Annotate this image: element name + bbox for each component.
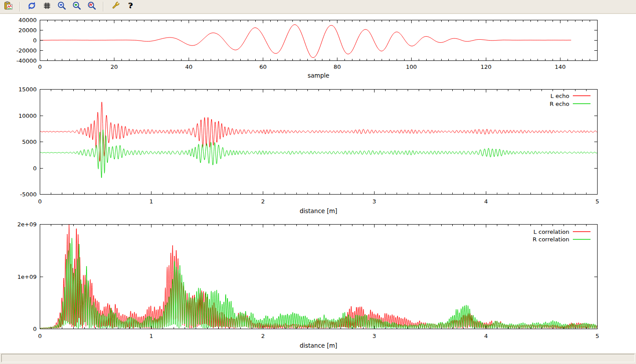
toolbar: ?? bbox=[0, 0, 636, 14]
copy-plot-icon bbox=[4, 1, 13, 12]
svg-text:?: ? bbox=[128, 1, 132, 10]
x-tick-label: 2 bbox=[261, 333, 265, 339]
zoom-previous-icon bbox=[57, 1, 67, 12]
series-sample-line bbox=[40, 25, 571, 58]
plots-svg[interactable]: 02040608010012014040000200000-20000-4000… bbox=[0, 14, 636, 353]
x-tick-label: 2 bbox=[261, 198, 265, 205]
help-icon: ?? bbox=[125, 1, 135, 12]
y-tick-label: -20000 bbox=[16, 47, 37, 54]
chart-echo-waveforms: 012345150001000050000-5000distance [m]L … bbox=[19, 86, 599, 214]
y-tick-label: -40000 bbox=[16, 57, 37, 64]
x-tick-label: 1 bbox=[149, 198, 153, 205]
y-tick-label: 2e+09 bbox=[17, 221, 37, 228]
x-tick-label: 60 bbox=[259, 64, 267, 70]
y-tick-label: 1e+09 bbox=[17, 274, 37, 280]
chart-sample-waveform: 02040608010012014040000200000-20000-4000… bbox=[16, 17, 598, 79]
x-tick-label: 80 bbox=[333, 64, 341, 70]
chart-correlation: 0123452e+091e+090distance [m]L correlati… bbox=[17, 221, 599, 349]
x-tick-label: 120 bbox=[481, 64, 492, 70]
y-tick-label: 5000 bbox=[22, 139, 37, 145]
autoscale-button[interactable] bbox=[86, 1, 98, 13]
gnuplot-window: ?? 02040608010012014040000200000-20000-4… bbox=[0, 0, 636, 364]
zoom-next-icon bbox=[72, 1, 82, 12]
legend-label: L correlation bbox=[534, 229, 569, 235]
config-button[interactable] bbox=[109, 1, 121, 13]
y-tick-label: 0 bbox=[33, 37, 37, 44]
zoom-previous-button[interactable] bbox=[56, 1, 68, 13]
x-tick-label: 4 bbox=[484, 198, 488, 205]
series-r-correlation-line bbox=[40, 238, 597, 329]
x-tick-label: 5 bbox=[595, 333, 599, 339]
x-axis-label: distance [m] bbox=[299, 207, 337, 214]
plot-canvas[interactable]: 02040608010012014040000200000-20000-4000… bbox=[0, 14, 636, 353]
y-tick-label: 10000 bbox=[19, 113, 37, 119]
series-l-echo-line bbox=[40, 102, 597, 161]
x-tick-label: 20 bbox=[110, 64, 118, 70]
zoom-next-button[interactable] bbox=[71, 1, 83, 13]
plot-border bbox=[40, 225, 598, 329]
x-tick-label: 3 bbox=[372, 198, 376, 205]
x-tick-label: 140 bbox=[555, 64, 566, 70]
y-tick-label: 40000 bbox=[19, 17, 37, 23]
x-tick-label: 40 bbox=[185, 64, 193, 70]
grid-icon bbox=[42, 1, 52, 12]
copy-plot-button[interactable] bbox=[2, 1, 14, 13]
legend-label: R correlation bbox=[533, 236, 569, 243]
x-tick-label: 0 bbox=[38, 333, 42, 339]
statusbar-field bbox=[1, 354, 635, 362]
y-tick-label: 15000 bbox=[19, 86, 37, 93]
series-l-correlation-line bbox=[40, 225, 597, 328]
y-tick-label: 0 bbox=[33, 165, 37, 172]
toolbar-separator bbox=[19, 2, 20, 11]
x-tick-label: 100 bbox=[406, 64, 417, 70]
x-tick-label: 1 bbox=[149, 333, 153, 339]
x-tick-label: 4 bbox=[484, 333, 488, 339]
config-icon bbox=[110, 1, 120, 12]
y-tick-label: 20000 bbox=[19, 27, 37, 34]
x-tick-label: 0 bbox=[38, 64, 42, 70]
y-tick-label: -5000 bbox=[20, 191, 37, 198]
grid-button[interactable] bbox=[41, 1, 53, 13]
legend-label: L echo bbox=[550, 93, 569, 99]
plot-border bbox=[40, 90, 598, 195]
replot-icon bbox=[27, 1, 37, 12]
legend-label: R echo bbox=[549, 101, 569, 107]
x-tick-label: 3 bbox=[372, 333, 376, 339]
toolbar-separator bbox=[103, 2, 104, 11]
autoscale-icon bbox=[87, 1, 97, 12]
help-button[interactable]: ?? bbox=[124, 1, 136, 13]
statusbar bbox=[0, 353, 636, 364]
x-axis-label: distance [m] bbox=[299, 342, 337, 349]
x-tick-label: 5 bbox=[595, 198, 599, 205]
x-axis-label: sample bbox=[307, 72, 329, 79]
x-tick-label: 0 bbox=[38, 198, 42, 205]
replot-button[interactable] bbox=[26, 1, 38, 13]
y-tick-label: 0 bbox=[33, 326, 37, 332]
